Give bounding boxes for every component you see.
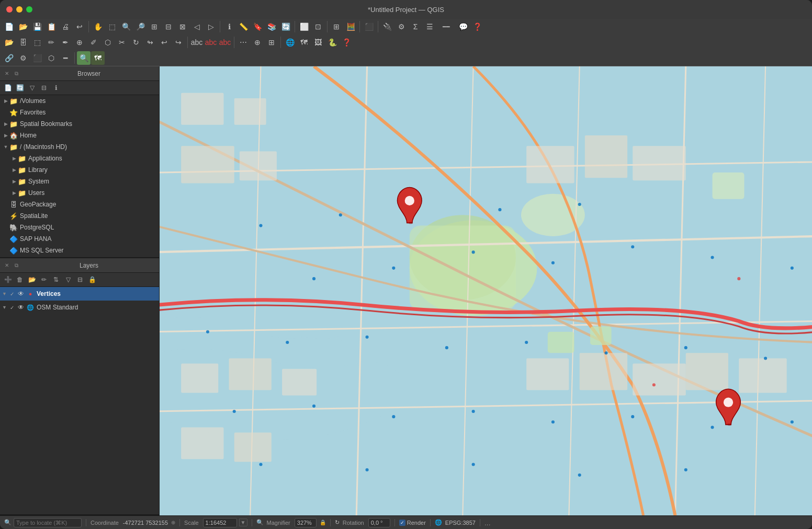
browser-item-users[interactable]: ▶📁Users [0, 187, 159, 199]
pan-button[interactable]: ✋ [91, 20, 105, 33]
refresh-button[interactable]: 🔄 [279, 20, 292, 33]
browser-item-favorites[interactable]: ⭐Favorites [0, 107, 159, 118]
georef-button[interactable]: ⊞ [265, 36, 278, 49]
style-button[interactable]: ⋯ [236, 36, 250, 49]
zoom-next-button[interactable]: ▷ [204, 20, 218, 33]
location-button[interactable]: ⊕ [251, 36, 264, 49]
ruler-button[interactable]: ━━ [437, 20, 456, 33]
save-as-button[interactable]: 📋 [44, 20, 58, 33]
label-button3[interactable]: abc [218, 36, 232, 49]
digitize-button[interactable]: ✏ [44, 36, 58, 49]
map-area[interactable] [160, 66, 812, 515]
new-button[interactable]: 📄 [2, 20, 16, 33]
layers-filter-button[interactable]: ▽ [62, 274, 74, 285]
rotation-input[interactable] [368, 518, 390, 527]
undo-button[interactable]: ↩ [73, 20, 86, 33]
browser-item-home[interactable]: ▶🏠Home [0, 130, 159, 141]
open-button[interactable]: 📂 [16, 20, 30, 33]
browser-item-sap-hana[interactable]: 🔷SAP HANA [0, 233, 159, 245]
locate-input[interactable] [14, 518, 82, 527]
browser-new-button[interactable]: 📄 [2, 82, 14, 94]
browser-item-oracle[interactable]: 🔴Oracle [0, 256, 159, 257]
layers-float-button[interactable]: ⧉ [13, 262, 20, 269]
reshape-button[interactable]: ↻ [129, 36, 143, 49]
browser-item-spatial-bookmarks[interactable]: ▶📁Spatial Bookmarks [0, 118, 159, 130]
zoom-in-button[interactable]: 🔍 [119, 20, 133, 33]
layers-sort-button[interactable]: ⇅ [50, 274, 62, 285]
layer-check[interactable]: ✓ [8, 290, 16, 297]
label-button1[interactable]: abc [190, 36, 204, 49]
georef2-button[interactable]: 🖼 [311, 36, 325, 49]
browser-item-applications[interactable]: ▶📁Applications [0, 153, 159, 164]
draw-button[interactable]: ✐ [87, 36, 100, 49]
browser-item-system[interactable]: ▶📁System [0, 176, 159, 187]
stats-button[interactable]: Σ [409, 20, 422, 33]
browser-item-library[interactable]: ▶📁Library [0, 164, 159, 176]
layer-check[interactable]: ✓ [8, 304, 16, 311]
browser-refresh-button[interactable]: 🔄 [14, 82, 26, 94]
offset-button[interactable]: ↬ [143, 36, 157, 49]
edit-button[interactable]: ✒ [59, 36, 72, 49]
show-bookmarks-button[interactable]: 📚 [265, 20, 278, 33]
snap-config-button[interactable]: ⚙ [16, 51, 30, 65]
browser-filter-button[interactable]: ▽ [26, 82, 38, 94]
layer-visibility-icon[interactable]: 👁 [17, 303, 25, 312]
tile-button[interactable]: 🗺 [297, 36, 311, 49]
snap-vertex-button[interactable]: ⬡ [44, 51, 58, 65]
browser-item-volumes[interactable]: ▶📁/Volumes [0, 95, 159, 107]
layer-item-vertices[interactable]: ▼✓👁●Vertices [0, 287, 159, 301]
open-table-button[interactable]: ⊞ [330, 20, 343, 33]
epsg-display[interactable]: 🌐 EPSG:3857 [435, 519, 476, 526]
python-button[interactable]: 🐍 [325, 36, 339, 49]
magnifier-input[interactable] [295, 518, 317, 527]
locate-button[interactable]: 🔍 [77, 51, 91, 65]
browser-item-spatialite[interactable]: ⚡SpatiaLite [0, 210, 159, 222]
map-tips-button[interactable]: 🗺 [91, 51, 105, 65]
render-checkbox[interactable]: ✓ [399, 520, 405, 526]
plugins-button[interactable]: 🔌 [380, 20, 394, 33]
scale-dropdown-icon[interactable]: ▼ [239, 519, 247, 526]
layer-visibility-icon[interactable]: 👁 [17, 290, 25, 298]
select-button[interactable]: ⬚ [105, 20, 119, 33]
close-button[interactable] [6, 6, 13, 13]
split-button[interactable]: ✂ [115, 36, 129, 49]
scale-input[interactable] [203, 518, 237, 527]
vertex-button[interactable]: ⬡ [101, 36, 115, 49]
browser-item-postgresql[interactable]: 🐘PostgreSQL [0, 222, 159, 233]
deselect-button[interactable]: ⊡ [311, 20, 325, 33]
browser-float-button[interactable]: ⧉ [13, 70, 20, 77]
locate-bar[interactable]: 🔍 [4, 518, 82, 527]
layers-add-button[interactable]: ➕ [2, 274, 14, 285]
layers-collapse-button[interactable]: ⊟ [74, 274, 86, 285]
redo-button[interactable]: ↪ [172, 36, 185, 49]
snap-all-button[interactable]: ⬛ [30, 51, 44, 65]
layers-lock-button[interactable]: 🔒 [86, 274, 98, 285]
save-button[interactable]: 💾 [30, 20, 44, 33]
wms-button[interactable]: 🌐 [283, 36, 297, 49]
more-options[interactable]: ... [484, 519, 491, 527]
help2-button[interactable]: ❓ [340, 36, 353, 49]
layers-edit-button[interactable]: ✏ [38, 274, 50, 285]
zoom-prev-button[interactable]: ◁ [190, 20, 204, 33]
settings-button[interactable]: ⚙ [394, 20, 408, 33]
browser-info-button[interactable]: ℹ [50, 82, 62, 94]
browser-item-macintosh-hd[interactable]: ▼📁/ (Macintosh HD) [0, 141, 159, 153]
render-check[interactable]: ✓ Render [399, 520, 426, 526]
new-bookmark-button[interactable]: 🔖 [251, 20, 264, 33]
select-features-button[interactable]: ⬜ [297, 20, 311, 33]
browser-collapse-button[interactable]: ⊟ [38, 82, 50, 94]
maximize-button[interactable] [26, 6, 32, 13]
identify-button[interactable]: ℹ [222, 20, 236, 33]
browser-close-button[interactable]: ✕ [3, 70, 10, 77]
help-button[interactable]: ❓ [470, 20, 484, 33]
zoom-out-button[interactable]: 🔎 [133, 20, 147, 33]
snap-button[interactable]: 🔗 [2, 51, 16, 65]
layer-item-osm-standard[interactable]: ▼✓👁🌐OSM Standard [0, 301, 159, 314]
print-button[interactable]: 🖨 [59, 20, 72, 33]
add-part-button[interactable]: ⊕ [73, 36, 86, 49]
browser-item-geopackage[interactable]: 🗄GeoPackage [0, 199, 159, 210]
layers-btn[interactable]: ⬛ [362, 20, 376, 33]
label-button2[interactable]: abc [204, 36, 218, 49]
undo2-button[interactable]: ↩ [157, 36, 171, 49]
zoom-full-button[interactable]: ⊠ [176, 20, 189, 33]
